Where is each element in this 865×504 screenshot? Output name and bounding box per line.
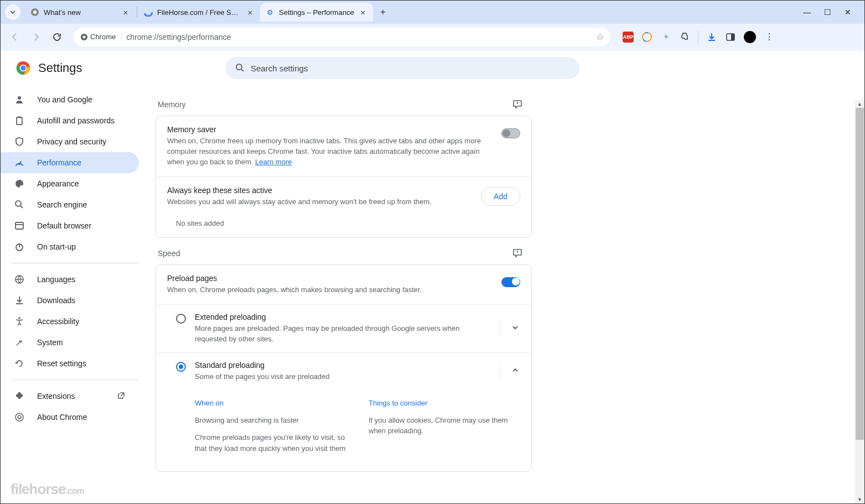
svg-rect-15 [17, 117, 22, 124]
scroll-up-arrow[interactable]: ▲ [855, 100, 864, 108]
sidebar-item-label: Autofill and passwords [37, 116, 115, 125]
sidebar-item-label: Accessibility [37, 317, 79, 326]
globe-icon [14, 274, 25, 285]
sidebar-item-label: Privacy and security [37, 137, 106, 146]
always-active-desc: Websites you add will always stay active… [167, 197, 472, 207]
sidebar-divider [12, 263, 139, 263]
speed-section-header: Speed [156, 238, 532, 264]
downloads-button[interactable] [706, 32, 717, 43]
memory-card: Memory saver When on, Chrome frees up me… [156, 116, 532, 238]
search-settings-input[interactable]: Search settings [225, 57, 579, 79]
tab-settings[interactable]: ⚙ Settings – Performance × [260, 3, 373, 22]
tab-title: What's new [44, 8, 117, 17]
preload-toggle[interactable] [501, 277, 520, 287]
add-site-button[interactable]: Add [481, 187, 520, 206]
search-icon [235, 63, 245, 73]
tab-search-button[interactable] [5, 4, 20, 20]
chrome-gray-icon [30, 8, 39, 17]
bookmark-button[interactable]: ☆ [596, 32, 604, 42]
scroll-thumb[interactable] [856, 108, 864, 440]
new-tab-button[interactable]: + [375, 4, 391, 20]
sidebar-item-system[interactable]: System [1, 332, 139, 353]
side-panel-button[interactable] [725, 32, 736, 43]
learn-more-link[interactable]: Learn more [255, 158, 292, 166]
sparkle-icon[interactable]: ✦ [660, 32, 671, 43]
maximize-button[interactable]: ☐ [824, 8, 831, 17]
speed-icon [14, 157, 25, 168]
sidebar-item-startup[interactable]: On start-up [1, 236, 139, 257]
standard-preloading-radio[interactable] [176, 362, 186, 372]
feedback-icon[interactable] [512, 248, 523, 259]
minimize-button[interactable]: — [803, 8, 811, 17]
expand-button[interactable] [500, 320, 520, 337]
sidebar-item-performance[interactable]: Performance [1, 152, 139, 173]
tab-filehorse[interactable]: FileHorse.com / Free Software × [138, 3, 260, 22]
sidebar-item-label: You and Google [37, 95, 92, 104]
similarweb-icon[interactable] [641, 32, 652, 43]
chrome-outline-icon [14, 412, 25, 423]
sidebar-item-autofill[interactable]: Autofill and passwords [1, 110, 139, 131]
reload-button[interactable] [48, 28, 66, 46]
tab-close-button[interactable]: × [359, 8, 367, 17]
vertical-scrollbar[interactable]: ▲ ▼ [855, 100, 864, 503]
search-icon [14, 199, 25, 210]
preload-desc: When on, Chrome preloads pages, which ma… [167, 285, 493, 295]
svg-rect-8 [731, 34, 734, 40]
adblock-icon[interactable]: ABP [623, 32, 634, 43]
filehorse-icon [144, 8, 153, 17]
sidebar-item-label: Search engine [37, 200, 87, 209]
page-title: Settings [38, 61, 82, 75]
preload-title: Preload pages [167, 274, 493, 283]
tab-title: FileHorse.com / Free Software [157, 8, 241, 17]
back-button[interactable] [6, 28, 24, 46]
chevron-down-icon [9, 9, 16, 15]
sidebar-item-languages[interactable]: Languages [1, 269, 139, 290]
sidebar-item-label: On start-up [37, 242, 76, 251]
clipboard-icon [14, 115, 25, 126]
scroll-down-arrow[interactable]: ▼ [855, 496, 864, 503]
svg-point-4 [83, 35, 86, 38]
sidebar-item-privacy[interactable]: Privacy and security [1, 131, 139, 152]
toolbar: Chrome chrome://settings/performance ☆ A… [1, 24, 864, 50]
sidebar-item-search-engine[interactable]: Search engine [1, 194, 139, 215]
sidebar-item-label: Languages [37, 275, 75, 284]
sidebar-item-downloads[interactable]: Downloads [1, 290, 139, 311]
tab-whats-new[interactable]: What's new × [25, 3, 136, 22]
sidebar-item-about[interactable]: About Chrome [1, 407, 139, 428]
url-text: chrome://settings/performance [126, 33, 592, 41]
memory-saver-desc: When on, Chrome frees up memory from ina… [167, 136, 493, 168]
sidebar-item-label: System [37, 338, 63, 347]
profile-avatar[interactable] [744, 31, 756, 43]
sidebar-item-label: Appearance [37, 179, 79, 188]
memory-saver-toggle[interactable] [501, 128, 520, 138]
memory-section-header: Memory [156, 89, 532, 116]
extended-preloading-radio[interactable] [176, 314, 186, 324]
svg-point-2 [144, 8, 152, 16]
section-title: Speed [158, 249, 180, 258]
sidebar-item-extensions[interactable]: Extensions [1, 386, 139, 407]
standard-preloading-title: Standard preloading [195, 361, 491, 370]
things-to-consider-heading: Things to consider [369, 399, 520, 407]
sidebar-item-you-and-google[interactable]: You and Google [1, 89, 139, 110]
svg-point-13 [236, 64, 242, 70]
chrome-menu-button[interactable]: ⋮ [764, 32, 775, 43]
feedback-icon[interactable] [512, 99, 523, 110]
address-bar[interactable]: Chrome chrome://settings/performance ☆ [74, 28, 610, 46]
download-icon [14, 295, 25, 306]
extensions-button[interactable] [679, 32, 690, 43]
sidebar-item-appearance[interactable]: Appearance [1, 173, 139, 194]
forward-button[interactable] [27, 28, 45, 46]
svg-point-24 [18, 415, 21, 419]
sidebar-item-accessibility[interactable]: Accessibility [1, 311, 139, 332]
sidebar-item-label: Downloads [37, 296, 75, 305]
sidebar-item-default-browser[interactable]: Default browser [1, 215, 139, 236]
sidebar-item-reset[interactable]: Reset settings [1, 353, 139, 374]
collapse-button[interactable] [500, 363, 520, 380]
shield-icon [14, 136, 25, 147]
tab-close-button[interactable]: × [246, 8, 255, 17]
tab-close-button[interactable]: × [121, 8, 130, 17]
when-on-text: Chrome preloads pages you're likely to v… [195, 432, 346, 454]
svg-point-18 [15, 201, 21, 206]
extension-icons: ABP ✦ ⋮ [618, 31, 779, 43]
close-window-button[interactable]: ✕ [845, 8, 851, 17]
